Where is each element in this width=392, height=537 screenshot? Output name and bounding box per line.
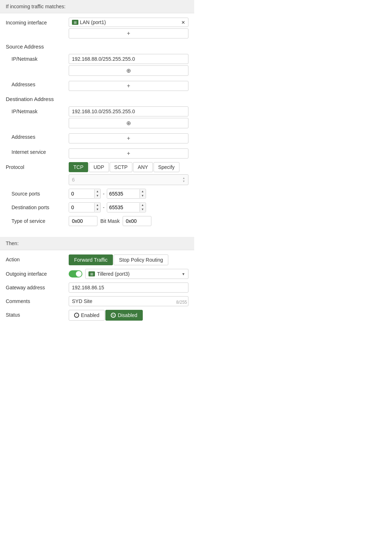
comments-input[interactable] [69, 296, 188, 306]
dest-port-to-up[interactable]: ▲ [140, 203, 146, 207]
remove-incoming-btn[interactable]: ✕ [181, 20, 185, 25]
internet-service-add-btn[interactable]: + [69, 148, 188, 159]
dest-port-from-up[interactable]: ▲ [95, 203, 100, 207]
source-address-section: Source Address [6, 42, 188, 50]
protocol-number-box: 6 ▲▼ [69, 174, 188, 185]
protocol-row: Protocol TCP UDP SCTP ANY Specify 6 ▲▼ [6, 162, 188, 185]
protocol-number: 6 [72, 177, 75, 183]
bitmask-label: Bit Mask [100, 218, 120, 224]
gateway-control [69, 283, 188, 293]
stop-policy-routing-btn[interactable]: Stop Policy Routing [114, 254, 168, 265]
outgoing-toggle[interactable] [69, 270, 82, 277]
source-ip-row: IP/Netmask ⊕ [6, 54, 188, 76]
comments-control: 8/255 [69, 296, 188, 306]
source-port-to-down[interactable]: ▼ [140, 194, 146, 198]
source-port-to-up[interactable]: ▲ [140, 189, 146, 194]
gateway-label: Gateway address [6, 283, 69, 290]
status-enabled-btn[interactable]: Enabled [69, 310, 105, 321]
comments-wrapper: 8/255 [69, 296, 188, 306]
action-buttons: Forward Traffic Stop Policy Routing [69, 254, 188, 265]
protocol-number-arrows: ▲▼ [182, 176, 185, 183]
dest-port-to-down[interactable]: ▼ [140, 207, 146, 212]
if-section-header: If incoming traffic matches: [0, 0, 194, 13]
status-control: Enabled Disabled [69, 310, 188, 321]
source-port-dash: - [103, 191, 105, 197]
dest-port-from-down[interactable]: ▼ [95, 207, 100, 212]
dest-add-ip-btn[interactable]: ⊕ [69, 118, 188, 128]
dest-port-to-arrows: ▲ ▼ [140, 203, 146, 211]
dest-port-to-input[interactable] [107, 203, 140, 212]
incoming-interface-control: LAN (port1) ✕ + [69, 18, 188, 38]
source-port-to-input[interactable] [107, 189, 140, 198]
source-ports-control: ▲ ▼ - ▲ ▼ [69, 189, 188, 199]
disabled-icon [111, 313, 116, 318]
outgoing-select[interactable]: Tillered (port3) ▼ [85, 269, 188, 279]
dest-port-from-input[interactable] [69, 203, 94, 212]
source-ip-label: IP/Netmask [6, 54, 69, 62]
proto-specify-btn[interactable]: Specify [154, 162, 179, 172]
incoming-interface-box[interactable]: LAN (port1) ✕ [69, 18, 188, 27]
tos-value-input[interactable] [69, 216, 97, 226]
source-port-from-arrows: ▲ ▼ [94, 189, 100, 198]
gateway-input[interactable] [69, 283, 188, 293]
status-disabled-btn[interactable]: Disabled [105, 310, 142, 321]
outgoing-interface-label: Outgoing interface [6, 269, 69, 277]
dest-ports-control: ▲ ▼ - ▲ ▼ [69, 202, 188, 212]
then-section-body: Action Forward Traffic Stop Policy Routi… [0, 250, 194, 329]
outgoing-select-inner: Tillered (port3) [88, 271, 130, 277]
dest-ports-row: Destination ports ▲ ▼ - ▲ [6, 202, 188, 212]
gateway-row: Gateway address [6, 283, 188, 293]
form-container: If incoming traffic matches: Incoming in… [0, 0, 194, 329]
add-incoming-btn[interactable]: + [69, 28, 188, 38]
dest-address-label: Destination Address [6, 95, 188, 103]
proto-tcp-btn[interactable]: TCP [69, 162, 88, 172]
bitmask-value-input[interactable] [123, 216, 151, 226]
source-ip-input[interactable] [69, 54, 188, 64]
then-header-text: Then: [6, 240, 19, 246]
outgoing-interface-control: Tillered (port3) ▼ [69, 269, 188, 279]
proto-udp-btn[interactable]: UDP [89, 162, 109, 172]
incoming-interface-row: Incoming interface LAN (port1) ✕ + [6, 18, 188, 38]
source-port-from-spinner: ▲ ▼ [69, 189, 101, 199]
protocol-buttons: TCP UDP SCTP ANY Specify [69, 162, 188, 172]
dest-ip-label: IP/Netmask [6, 106, 69, 114]
status-buttons: Enabled Disabled [69, 310, 188, 321]
outgoing-interface-name: Tillered (port3) [97, 271, 130, 277]
protocol-label: Protocol [6, 162, 69, 170]
then-section-header: Then: [0, 237, 194, 250]
source-port-from-down[interactable]: ▼ [95, 194, 100, 198]
dest-ip-control: ⊕ [69, 106, 188, 128]
dest-addresses-label: Addresses [6, 132, 69, 140]
forward-traffic-btn[interactable]: Forward Traffic [69, 254, 113, 265]
source-add-ip-btn[interactable]: ⊕ [69, 65, 188, 76]
source-address-label: Source Address [6, 42, 188, 50]
if-header-text: If incoming traffic matches: [6, 4, 65, 9]
internet-service-label: Internet service [6, 147, 69, 155]
status-label: Status [6, 310, 69, 318]
dest-addresses-row: Addresses + [6, 132, 188, 143]
dest-port-from-arrows: ▲ ▼ [94, 203, 100, 211]
dest-port-range: ▲ ▼ - ▲ ▼ [69, 202, 188, 212]
action-label: Action [6, 254, 69, 262]
dest-ip-input[interactable] [69, 106, 188, 116]
lan-icon [72, 20, 78, 25]
incoming-interface-label: Incoming interface [6, 18, 69, 26]
source-port-from-up[interactable]: ▲ [95, 189, 100, 194]
tos-row-inner: Bit Mask [69, 216, 188, 226]
tos-row: Type of service Bit Mask [6, 216, 188, 226]
if-section-body: Incoming interface LAN (port1) ✕ + [0, 13, 194, 234]
source-addresses-add-btn[interactable]: + [69, 81, 188, 91]
proto-any-btn[interactable]: ANY [133, 162, 153, 172]
source-addresses-label: Addresses [6, 79, 69, 87]
proto-sctp-btn[interactable]: SCTP [110, 162, 132, 172]
internet-service-control: + [69, 147, 188, 159]
comments-count: 8/255 [176, 300, 187, 305]
dest-ports-label: Destination ports [6, 202, 69, 210]
incoming-interface-name: LAN (port1) [80, 19, 106, 25]
dest-ip-row: IP/Netmask ⊕ [6, 106, 188, 128]
comments-label: Comments [6, 296, 69, 304]
source-port-from-input[interactable] [69, 189, 94, 198]
dest-addresses-add-btn[interactable]: + [69, 133, 188, 143]
outgoing-interface-row: Outgoing interface Tillered (port3) ▼ [6, 269, 188, 279]
dest-address-section: Destination Address [6, 95, 188, 103]
